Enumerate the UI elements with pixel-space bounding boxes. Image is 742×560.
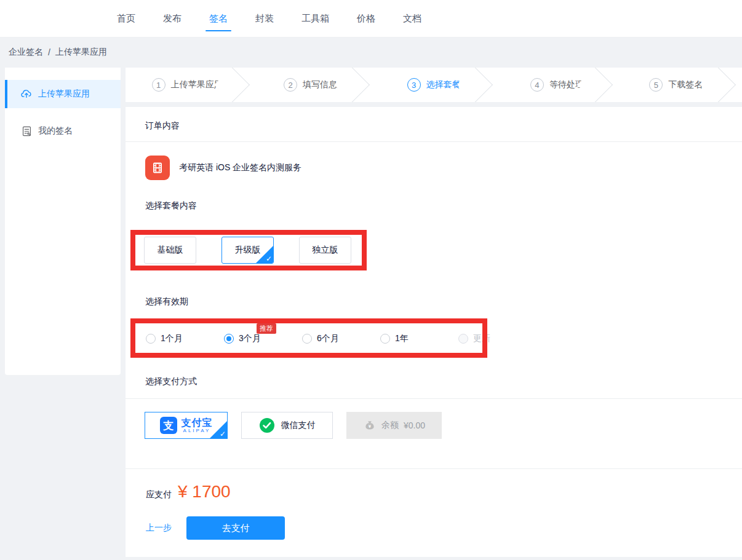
radio-disabled-icon [458,334,468,344]
step-number: 4 [530,78,544,92]
radio-label: 1个月 [161,333,183,344]
amount-due-label: 应支付 [146,489,172,500]
sidebar-item-label: 我的签名 [38,125,73,136]
wechat-payment-option[interactable]: 微信支付 [241,412,333,439]
check-icon: ✓ [220,430,226,438]
balance-payment-option: ¥ 余额 ¥0.00 [346,412,442,439]
money-bag-icon: ¥ [363,419,377,432]
sidebar-item-label: 上传苹果应用 [38,89,90,100]
nav-label: 封装 [255,13,274,25]
order-panel: 订单内容 考研英语 iOS 企业签名内测服务 [126,107,742,557]
nav-label: 价格 [357,13,375,25]
sidebar-item-upload-app[interactable]: 上传苹果应用 [5,80,121,108]
go-pay-button[interactable]: 去支付 [186,516,285,540]
validity-option-1year[interactable]: 1年 [380,333,458,344]
validity-section-title: 选择有效期 [145,296,188,307]
amount-due-row: 应支付 ¥ 1700 [146,482,231,502]
film-app-icon [145,156,170,180]
signature-doc-icon [20,125,33,137]
radio-icon [146,334,156,344]
alipay-icon: 支 [160,417,177,434]
nav-item-home[interactable]: 首页 [117,0,135,37]
order-section-title: 订单内容 [145,120,180,132]
cloud-upload-icon [20,88,33,100]
app-name: 考研英语 iOS 企业签名内测服务 [179,162,301,173]
alipay-wordmark: 支付宝 ALIPAY [182,417,213,434]
sidebar: 上传苹果应用 我的签名 [5,68,121,375]
package-option-upgrade[interactable]: 升级版 ✓ [221,237,274,264]
breadcrumb-parent[interactable]: 企业签名 [9,47,43,58]
radio-label: 1年 [395,333,409,344]
top-nav: 首页 发布 签名 封装 工具箱 价格 文档 [0,0,742,37]
alipay-name: 支付宝 [182,417,213,428]
breadcrumb: 企业签名 / 上传苹果应用 [0,37,742,68]
action-row: 上一步 去支付 [146,516,285,540]
alipay-sub: ALIPAY [183,428,211,434]
wechat-pay-label: 微信支付 [281,420,316,431]
step-number: 5 [649,78,663,92]
nav-item-sign[interactable]: 签名 [209,0,228,37]
divider [126,468,742,469]
amount-due-value: ¥ 1700 [178,482,231,502]
package-label: 基础版 [158,245,183,256]
package-label: 独立版 [313,245,338,256]
validity-option-1month[interactable]: 1个月 [146,333,224,344]
order-app-row: 考研英语 iOS 企业签名内测服务 [145,156,301,180]
divider [126,141,742,142]
svg-text:¥: ¥ [369,424,372,429]
radio-label: 3个月 [239,333,261,344]
nav-item-toolbox[interactable]: 工具箱 [301,0,329,37]
steps-wizard: 1 上传苹果应用 2 填写信息 3 选择套餐 4 等待处理 5 下载签名包 [126,68,742,102]
radio-label: 更新 [473,333,490,344]
nav-item-docs[interactable]: 文档 [403,0,421,37]
validity-option-6months[interactable]: 6个月 [302,333,380,344]
check-icon: ✓ [266,255,272,262]
step-number: 2 [284,78,297,92]
nav-label: 文档 [403,13,421,25]
radio-icon [302,334,312,344]
step-number: 3 [407,78,421,92]
nav-label: 发布 [163,13,182,25]
package-option-standalone[interactable]: 独立版 [299,237,351,264]
nav-label: 工具箱 [301,13,329,25]
package-options: 基础版 升级版 ✓ 独立版 [144,237,351,264]
nav-label: 首页 [117,13,135,25]
divider [126,398,742,399]
breadcrumb-separator: / [48,47,50,57]
step-label: 填写信息 [303,79,337,90]
recommended-badge: 推荐 [257,323,276,334]
validity-option-3months[interactable]: 3个月 [224,333,302,344]
payment-options: 支 支付宝 ALIPAY ✓ 微信支付 [145,412,442,439]
radio-selected-icon [224,334,234,344]
step-label: 选择套餐 [426,79,461,90]
balance-label: 余额 [381,420,399,431]
wechat-pay-icon [259,417,275,433]
sidebar-item-my-signatures[interactable]: 我的签名 [5,117,121,145]
nav-menu: 首页 发布 签名 封装 工具箱 价格 文档 [117,0,421,37]
radio-label: 6个月 [317,333,339,344]
breadcrumb-current: 上传苹果应用 [55,47,107,58]
active-indicator [5,80,7,108]
nav-label: 签名 [209,13,228,25]
step-number: 1 [152,78,166,92]
validity-options: 1个月 3个月 6个月 1年 更新 [146,333,537,345]
nav-item-price[interactable]: 价格 [357,0,375,37]
package-option-basic[interactable]: 基础版 [144,237,196,264]
validity-option-renew: 更新 [458,333,537,344]
page: 首页 发布 签名 封装 工具箱 价格 文档 企业签名 / 上传苹果应用 上传苹果… [0,0,742,560]
nav-item-publish[interactable]: 发布 [163,0,182,37]
alipay-payment-option[interactable]: 支 支付宝 ALIPAY ✓ [145,412,228,439]
balance-amount: ¥0.00 [404,420,425,430]
previous-step-link[interactable]: 上一步 [146,523,172,534]
radio-icon [380,334,390,344]
payment-section-title: 选择支付方式 [145,376,197,387]
nav-item-package[interactable]: 封装 [255,0,274,37]
package-section-title: 选择套餐内容 [145,200,197,211]
